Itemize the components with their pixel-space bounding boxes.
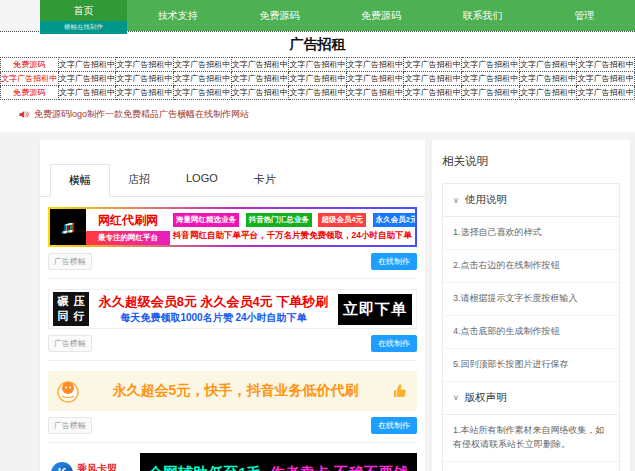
text-ad-cell[interactable]: 文字广告招租中: [58, 86, 116, 100]
text-ad-cell[interactable]: 文字广告招租中: [462, 72, 520, 86]
thumbs-up-icon: [391, 382, 409, 400]
nav-item-管理[interactable]: 管理: [533, 0, 635, 31]
text-ad-cell[interactable]: 文字广告招租中: [577, 72, 635, 86]
sidebar-title: 相关说明: [442, 154, 620, 169]
instruction-item: 1.选择自己喜欢的样式: [443, 217, 619, 250]
text-ad-cell[interactable]: 免费源码: [1, 58, 59, 72]
icon-char: 压: [74, 294, 85, 309]
banner4-brand-block: K 乘风卡盟 baidu.com: [48, 453, 140, 471]
promo-badge: 永久会员2元: [373, 213, 417, 227]
nav-item-label: 技术支持: [158, 9, 198, 23]
text-ad-cell[interactable]: 免费源码: [1, 86, 59, 100]
promo-badge: 海量网红精选业务: [173, 213, 239, 227]
tab-LOGO[interactable]: LOGO: [168, 164, 236, 196]
text-ad-cell[interactable]: 文字广告招租中: [404, 86, 462, 100]
main-nav: 首页横幅在线制作技术支持免费源码免费源码联系我们管理: [40, 0, 635, 31]
banner2-line2: 每天免费领取1000名片赞 24小时自助下单: [89, 311, 338, 325]
text-ad-cell[interactable]: 文字广告招租中: [1, 72, 59, 86]
nav-dropdown-item[interactable]: 横幅在线制作: [40, 21, 127, 34]
item-type-tag: 广告横幅: [48, 253, 92, 270]
banner1-badges: 海量网红精选业务抖音热门汇总业务超级会员4元永久会员2元: [173, 213, 417, 227]
item-type-tag: 广告横幅: [48, 335, 92, 352]
promo-badge: 抖音热门汇总业务: [246, 213, 312, 227]
text-ad-cell[interactable]: 文字广告招租中: [231, 86, 289, 100]
chevron-down-icon: ∨: [453, 393, 459, 402]
text-ad-cell[interactable]: 文字广告招租中: [462, 86, 520, 100]
banner3-text: 永久超会5元，快手，抖音业务低价代刷: [86, 382, 385, 400]
promo-badge: 超级会员4元: [318, 213, 366, 227]
nav-item-免费源码[interactable]: 免费源码: [229, 0, 331, 31]
nav-item-label: 首页: [74, 4, 94, 18]
tab-店招[interactable]: 店招: [110, 164, 168, 196]
text-ad-cell[interactable]: 文字广告招租中: [116, 58, 174, 72]
text-ad-cell[interactable]: 文字广告招租中: [289, 58, 347, 72]
text-ad-cell[interactable]: 文字广告招租中: [519, 58, 577, 72]
nav-item-首页[interactable]: 首页横幅在线制作: [40, 0, 127, 21]
nav-item-免费源码[interactable]: 免费源码: [330, 0, 432, 31]
banner4-text1: 全网辅助低至1毛: [148, 464, 261, 471]
notice-text: 免费源码logo制作一款免费精品广告横幅在线制作网站: [34, 108, 249, 121]
notice-bar: 免费源码logo制作一款免费精品广告横幅在线制作网站: [0, 100, 635, 132]
text-ad-cell[interactable]: 文字广告招租中: [577, 58, 635, 72]
section-title: 使用说明: [465, 193, 507, 207]
banner-preview-wanghong: ♫ 网红代刷网 最专注的网红平台 海量网红精选业务抖音热门汇总业务超级会员4元永…: [48, 207, 417, 247]
banner-preview-kameng: K 乘风卡盟 baidu.com 全网辅助低至1毛 作者卖卡 不稳不要钱: [48, 453, 417, 471]
online-make-button[interactable]: 在线制作: [371, 253, 417, 270]
text-ad-cell[interactable]: 文字广告招租中: [231, 58, 289, 72]
section-title: 版权声明: [465, 391, 507, 405]
text-ad-cell[interactable]: 文字广告招租中: [462, 58, 520, 72]
online-make-button[interactable]: 在线制作: [371, 417, 417, 434]
text-ad-cell[interactable]: 文字广告招租中: [577, 86, 635, 100]
tab-卡片[interactable]: 卡片: [236, 164, 294, 196]
text-ad-cell[interactable]: 文字广告招租中: [173, 86, 231, 100]
instructions-collapse: ∨使用说明1.选择自己喜欢的样式2.点击右边的在线制作按钮3.请根据提示文字长度…: [442, 183, 620, 471]
section-header-使用说明[interactable]: ∨使用说明: [443, 184, 619, 217]
banner-maker-card: 横幅店招LOGO卡片 ♫ 网红代刷网 最专注的网红平台 海量网红精选业务抖音热门…: [40, 140, 425, 471]
text-ad-cell[interactable]: 文字广告招租中: [346, 58, 404, 72]
online-make-button[interactable]: 在线制作: [371, 335, 417, 352]
text-ad-cell[interactable]: 文字广告招租中: [231, 72, 289, 86]
nav-item-label: 联系我们: [463, 9, 503, 23]
instruction-item: 2.本站所生成的图片仅供个人参考与使用，请勿用于其他非法用途或者商业用途否则后果…: [443, 462, 619, 471]
list-item: 碾压同行 永久超级会员8元 永久会员4元 下单秒刷 每天免费领取1000名片赞 …: [48, 279, 417, 361]
text-ad-cell[interactable]: 文字广告招租中: [289, 86, 347, 100]
text-ad-cell[interactable]: 文字广告招租中: [58, 58, 116, 72]
banner4-name: 乘风卡盟 baidu.com: [77, 463, 117, 471]
nav-item-技术支持[interactable]: 技术支持: [127, 0, 229, 31]
banner2-line1: 永久超级会员8元 永久会员4元 下单秒刷: [89, 293, 338, 311]
item-foot: 广告横幅 在线制作: [48, 335, 417, 352]
item-foot: 广告横幅 在线制作: [48, 417, 417, 434]
text-ad-cell[interactable]: 文字广告招租中: [173, 72, 231, 86]
instructions-card: 相关说明 ∨使用说明1.选择自己喜欢的样式2.点击右边的在线制作按钮3.请根据提…: [432, 140, 630, 471]
text-ad-cell[interactable]: 文字广告招租中: [289, 72, 347, 86]
item-type-tag: 广告横幅: [48, 417, 92, 434]
text-ad-cell[interactable]: 文字广告招租中: [58, 72, 116, 86]
text-ad-cell[interactable]: 文字广告招租中: [519, 86, 577, 100]
topbar-spacer: [0, 0, 40, 31]
banner1-brand-block: 网红代刷网 最专注的网红平台: [86, 209, 170, 245]
text-ad-cell[interactable]: 文字广告招租中: [404, 58, 462, 72]
text-ad-cell[interactable]: 文字广告招租中: [404, 72, 462, 86]
nav-item-联系我们[interactable]: 联系我们: [432, 0, 534, 31]
section-header-版权声明[interactable]: ∨版权声明: [443, 382, 619, 415]
instruction-item: 5.回到顶部长按图片进行保存: [443, 349, 619, 382]
text-ad-cell[interactable]: 文字广告招租中: [116, 72, 174, 86]
text-ad-cell[interactable]: 文字广告招租中: [173, 58, 231, 72]
icon-char: 碾: [58, 294, 69, 309]
chevron-down-icon: ∨: [453, 196, 459, 205]
nav-item-label: 免费源码: [361, 9, 401, 23]
tab-横幅[interactable]: 横幅: [50, 164, 110, 197]
banner2-cta: 立即下单: [338, 294, 412, 325]
banner-preview-huiyuan: 碾压同行 永久超级会员8元 永久会员4元 下单秒刷 每天免费领取1000名片赞 …: [48, 289, 417, 329]
text-ad-cell[interactable]: 文字广告招租中: [346, 72, 404, 86]
tiktok-icon: ♫: [50, 209, 86, 245]
banner1-tagline: 抖音网红自助下单平台，千万名片赞免费领取，24小时自助下单！: [173, 230, 417, 242]
instruction-item: 3.请根据提示文字长度按框输入: [443, 283, 619, 316]
text-ad-cell[interactable]: 文字广告招租中: [519, 72, 577, 86]
text-ad-cell[interactable]: 文字广告招租中: [116, 86, 174, 100]
icon-char: 同: [58, 309, 69, 324]
banner2-text-block: 永久超级会员8元 永久会员4元 下单秒刷 每天免费领取1000名片赞 24小时自…: [89, 293, 338, 325]
list-item: 永久超会5元，快手，抖音业务低价代刷 广告横幅 在线制作: [48, 361, 417, 443]
category-tabs: 横幅店招LOGO卡片: [40, 164, 425, 197]
text-ad-cell[interactable]: 文字广告招租中: [346, 86, 404, 100]
